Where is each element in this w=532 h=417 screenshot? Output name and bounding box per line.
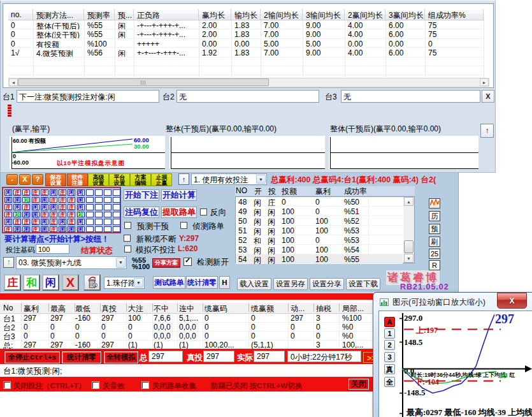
stats-clear-button[interactable]: 统计清零 (62, 351, 101, 363)
bead-cell[interactable]: 闲 (77, 204, 85, 210)
bead-cell[interactable] (113, 219, 120, 225)
share-settings-button[interactable]: 设置分享 (310, 278, 344, 290)
no-table-row[interactable]: 48闲庄00%50 (236, 197, 403, 207)
mute-checkbox[interactable] (92, 381, 99, 389)
pred-column-header[interactable]: 2赢间均长 (345, 9, 385, 20)
scroll-down-icon[interactable]: ▼ (404, 254, 413, 263)
pred-column-header[interactable]: 预测方法... (34, 9, 84, 20)
no-table-row[interactable]: 51闲闲100100%53 (236, 226, 403, 235)
pred-column-header[interactable]: 组成功率% (426, 9, 484, 20)
bead-cell[interactable]: 闲 (41, 226, 48, 233)
page-25-button[interactable]: 25 (429, 249, 440, 259)
bead-cell[interactable]: 庄 (41, 212, 48, 218)
bead-cell[interactable] (104, 219, 111, 225)
no-table-row[interactable]: 53闲闲100100%54 (236, 245, 403, 254)
bead-cell[interactable]: 庄 (59, 189, 66, 196)
stats-column-header[interactable]: 缆赢额 (251, 304, 274, 314)
stats-column-header[interactable]: 赢利 (24, 304, 39, 314)
stats-column-header[interactable]: 抽税 (316, 304, 331, 314)
float-close-button[interactable]: X (497, 293, 527, 309)
scroll-right-icon[interactable]: ► (480, 78, 489, 86)
bead-cell[interactable]: 闲 (13, 204, 21, 210)
no-table-row[interactable]: 52和闲1000%53 (236, 235, 403, 245)
strategy-up-button[interactable]: ↑ (3, 257, 14, 268)
bead-cell[interactable]: 闲 (4, 197, 12, 203)
bead-cell[interactable]: 闲 (22, 226, 30, 233)
bead-cell[interactable] (95, 226, 103, 233)
chart-float-window[interactable]: 图示(可拉动窗口放大缩小) X A123真全 297.0148.50.0-148… (373, 292, 532, 417)
save-settings-button[interactable]: 保存设置 (45, 173, 66, 186)
trash-button[interactable]: $ (83, 274, 101, 291)
pred-column-header[interactable]: 预测率 (85, 9, 115, 20)
download-settings-button[interactable]: 设置下载 (346, 278, 380, 290)
real-input[interactable]: 297 (203, 351, 234, 362)
refresh-button[interactable]: 刷 (429, 237, 440, 247)
pred-table-row[interactable]: 0整体(干预后)%55闲-+---+-+++-+...2.001.837.009… (8, 20, 484, 29)
bead-cell[interactable]: 闲 (68, 226, 75, 233)
bead-cell[interactable] (95, 204, 103, 210)
bead-cell[interactable]: 闲 (59, 226, 66, 233)
close-button[interactable]: X (19, 174, 31, 185)
bead-cell[interactable]: 闲 (50, 189, 57, 196)
start-calc-button[interactable]: 开始计算 (161, 189, 197, 201)
bead-cell[interactable]: 和 (22, 197, 30, 203)
stats-clear-button[interactable]: 统计清零 (186, 276, 218, 289)
bead-cell[interactable] (104, 226, 111, 233)
row-close-button[interactable]: X (482, 90, 494, 103)
bead-cell[interactable] (113, 197, 120, 203)
stats-column-header[interactable]: 不中 (154, 304, 169, 314)
bead-cell[interactable]: 庄 (41, 189, 48, 196)
bead-cell[interactable]: 庄 (50, 212, 57, 218)
no-table-row[interactable]: 50闲闲100100%52 (236, 216, 403, 226)
bead-cell[interactable] (104, 197, 111, 203)
bead-cell[interactable]: 庄 (22, 189, 30, 196)
start-bet-button[interactable]: 开始下注 (124, 189, 159, 201)
reverse-checkbox[interactable] (200, 208, 207, 216)
bead-cell[interactable] (113, 212, 120, 218)
table2-next-bet-input[interactable]: 无 (176, 90, 319, 103)
load-settings-button[interactable]: 载入设置 (237, 278, 271, 290)
bead-cell[interactable] (95, 212, 103, 218)
share-plan-button[interactable]: 分享方案 (152, 258, 180, 268)
bead-cell[interactable]: 闲 (4, 219, 12, 225)
bead-cell[interactable]: 和 (13, 212, 21, 218)
h-button[interactable]: H (219, 276, 230, 289)
stats-column-header[interactable]: No (3, 304, 13, 312)
history-button[interactable]: 历 (429, 211, 440, 221)
no-table-row[interactable]: 49闲闲1000%51 (236, 207, 403, 216)
stats-column-header[interactable]: 最低 (75, 304, 90, 314)
pred-column-header[interactable]: 预... (115, 9, 134, 20)
bead-cell[interactable]: 闲 (59, 219, 66, 225)
bead-cell[interactable]: 庄 (68, 197, 75, 203)
bead-cell[interactable] (104, 212, 111, 218)
bead-cell[interactable]: 庄 (13, 189, 21, 196)
bead-cell[interactable]: 闲 (13, 226, 21, 233)
close-bet-checkbox[interactable] (3, 381, 11, 389)
bead-cell[interactable]: 闲 (32, 204, 40, 210)
bead-cell[interactable]: 庄 (59, 204, 66, 210)
bead-cell[interactable]: 庄 (13, 219, 21, 225)
stop-loss-button[interactable]: 止损止赢 (151, 173, 172, 186)
all-sim-button[interactable]: 全转模拟 (104, 351, 138, 363)
detect-road-checkbox[interactable] (180, 222, 187, 229)
dropdown-arrow-icon[interactable]: ▼ (134, 278, 143, 288)
help-button[interactable]: ? (32, 174, 43, 185)
bead-cell[interactable] (113, 204, 120, 210)
player-button[interactable]: 闲 (42, 274, 59, 291)
bead-cell[interactable] (86, 197, 94, 203)
bead-cell[interactable]: 庄 (59, 212, 66, 218)
bead-cell[interactable]: 庄 (22, 219, 30, 225)
pred-column-header[interactable]: 赢均长 (199, 9, 231, 20)
bead-cell[interactable]: 庄 (32, 226, 40, 233)
reset-code-button[interactable]: 注码复位 (124, 207, 159, 218)
road-type-select[interactable]: 1.珠仔路 ▼ (104, 277, 145, 289)
pred-column-header[interactable]: 正负路 (134, 9, 199, 20)
bead-cell[interactable]: 闲 (77, 226, 85, 233)
bead-cell[interactable]: 庄 (68, 219, 75, 225)
bead-cell[interactable]: 庄 (68, 204, 75, 210)
pred-table-row[interactable]: 1√4.微笑预测%56闲+-+---+-+++-...1.921.837.009… (8, 48, 484, 57)
base-code-input[interactable]: 100 (36, 244, 69, 254)
table-h-scrollbar[interactable]: ◄ ||| ► (8, 78, 489, 87)
scrollbar-thumb[interactable] (404, 240, 413, 253)
tie-button[interactable]: 和 (23, 274, 40, 291)
